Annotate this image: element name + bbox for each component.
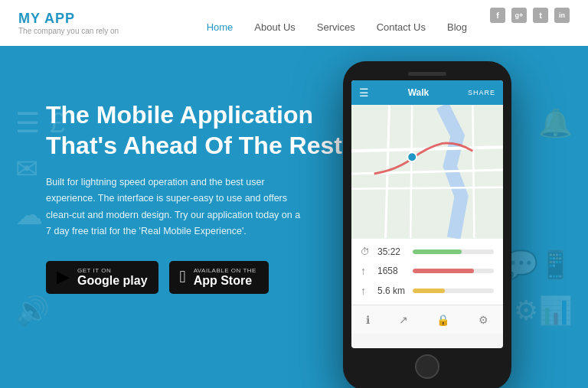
phone-mockup: ☰ Walk SHARE (343, 61, 511, 388)
app-store-button[interactable]:  AVAILABLE ON THE App Store (169, 261, 269, 294)
time-value: 35:22 (377, 246, 407, 257)
hero-title: The Mobile ApplicationThat's Ahead Of Th… (46, 99, 342, 161)
time-bar-bg (413, 249, 494, 254)
watermark-icon-6: ⚙ (514, 295, 538, 327)
watermark-icon-5: 📊 (538, 295, 573, 327)
time-bar (413, 249, 462, 254)
svg-point-7 (407, 152, 416, 161)
social-icons: f g+ t in (490, 8, 570, 23)
logo-title: MY APP (18, 11, 119, 27)
screen-share: SHARE (468, 89, 495, 96)
google-play-icon: ▶ (57, 267, 70, 287)
facebook-icon[interactable]: f (490, 8, 505, 23)
steps-bar-bg (413, 269, 494, 273)
nav-home[interactable]: Home (196, 21, 244, 33)
screen-stats: ⏱ 35:22 ↑ 1658 ↑ (351, 239, 503, 305)
app-store-text: AVAILABLE ON THE App Store (194, 267, 256, 288)
stat-steps: ↑ 1658 (361, 265, 494, 277)
watermark-icon-7: 📱 (538, 249, 573, 281)
nav-about[interactable]: About Us (243, 21, 305, 33)
watermark-icon-9: 🔊 (15, 295, 50, 327)
steps-value: 1658 (377, 266, 407, 276)
watermark-icon-4: ☁ (15, 199, 43, 231)
screen-map (351, 105, 503, 239)
footer-share-icon[interactable]: ↗ (399, 314, 408, 326)
nav-contact[interactable]: Contact Us (366, 21, 436, 33)
cta-buttons: ▶ GET IT ON Google play  AVAILABLE ON T… (46, 261, 342, 294)
footer-info-icon[interactable]: ℹ (366, 314, 370, 326)
watermark-icon-10: 🔔 (538, 107, 573, 139)
screen-title: Walk (408, 87, 430, 98)
screen-menu-icon: ☰ (359, 86, 369, 99)
footer-bookmark-icon[interactable]: 🔒 (436, 314, 449, 326)
phone-outer: ☰ Walk SHARE (343, 61, 511, 388)
twitter-icon[interactable]: t (533, 8, 548, 23)
time-icon: ⏱ (361, 246, 371, 257)
google-play-text: GET IT ON Google play (77, 267, 148, 288)
apple-icon:  (180, 267, 186, 287)
footer-settings-icon[interactable]: ⚙ (479, 314, 488, 326)
watermark-icon-1: ☰ (15, 107, 40, 139)
hero-content: The Mobile ApplicationThat's Ahead Of Th… (46, 99, 342, 294)
screen-footer[interactable]: ℹ ↗ 🔒 ⚙ (351, 305, 503, 334)
watermark-icon-3: ✉ (15, 153, 38, 185)
phone-home-button[interactable] (415, 354, 439, 379)
hero-section: ☰ £ ✉ ☁ 📊 ⚙ 📱 💬 🔊 🔔 The Mobile Applicati… (0, 46, 588, 388)
distance-value: 5.6 km (377, 285, 407, 296)
steps-bar (413, 269, 474, 273)
logo-tagline: The company you can rely on (18, 27, 119, 35)
nav-blog[interactable]: Blog (436, 21, 478, 33)
google-plus-icon[interactable]: g+ (511, 8, 527, 23)
steps-icon: ↑ (361, 265, 371, 277)
google-play-button[interactable]: ▶ GET IT ON Google play (46, 261, 158, 294)
screen-header: ☰ Walk SHARE (351, 80, 503, 105)
linkedin-icon[interactable]: in (554, 8, 570, 23)
distance-icon: ↑ (361, 285, 371, 297)
header: MY APP The company you can rely on Home … (0, 0, 588, 46)
distance-bar-bg (413, 289, 494, 293)
phone-speaker (408, 72, 446, 76)
map-svg (351, 105, 503, 239)
stat-time: ⏱ 35:22 (361, 246, 494, 257)
phone-screen: ☰ Walk SHARE (351, 80, 503, 348)
logo-area: MY APP The company you can rely on (18, 11, 119, 35)
nav-services[interactable]: Services (306, 21, 366, 33)
hero-description: Built for lightning speed operation and … (46, 174, 306, 240)
stat-distance: ↑ 5.6 km (361, 285, 494, 297)
main-nav: Home About Us Services Contact Us Blog (196, 21, 478, 33)
distance-bar (413, 289, 445, 293)
